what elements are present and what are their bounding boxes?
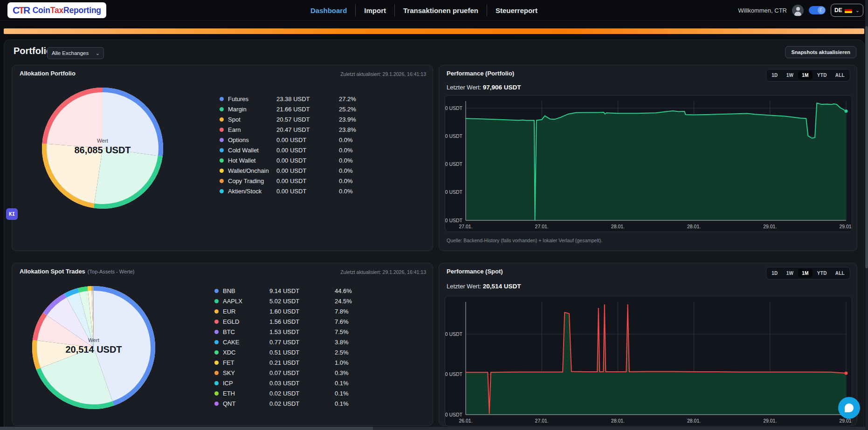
range-button-1d[interactable]: 1D: [768, 269, 781, 278]
allocation-spot-pie-chart: Wert20,514 USDT: [28, 282, 159, 413]
snapshots-refresh-button[interactable]: Snapshots aktualisieren: [785, 46, 856, 58]
legend-value: 0.00 USDT: [276, 167, 339, 174]
allocation-portfolio-pie-chart: Wert86,085 USDT: [37, 83, 168, 213]
legend-percent: 7.5%: [335, 328, 349, 335]
legend-color-dot: [220, 148, 224, 152]
dark-mode-toggle[interactable]: ☾: [809, 6, 826, 14]
allocation-portfolio-card: Allokation Portfolio Zuletzt aktualisier…: [12, 65, 433, 251]
svg-text:100 USDT: 100 USDT: [445, 105, 463, 111]
legend-value: 1.60 USDT: [269, 308, 335, 315]
card-subtitle: (Top-Assets - Werte): [88, 269, 135, 274]
nav-item-transaktionen-pruefen[interactable]: Transaktionen pruefen: [395, 7, 487, 14]
legend-row: CAKE0.77 USDT3.8%: [214, 337, 352, 347]
performance-portfolio-line-chart: 20 USDT40 USDT60 USDT80 USDT100 USDT27.0…: [445, 96, 852, 232]
legend-value: 0.02 USDT: [269, 390, 335, 397]
legend-row: AAPLX5.02 USDT24.5%: [214, 296, 352, 306]
legend-value: 20.57 USDT: [276, 116, 339, 123]
svg-text:28.01.: 28.01.: [611, 224, 625, 229]
legend-label: Futures: [228, 96, 276, 102]
legend-value: 0.51 USDT: [269, 349, 335, 356]
exchange-filter-select[interactable]: Alle Exchanges ⌄: [47, 47, 104, 59]
legend-color-dot: [214, 350, 219, 355]
legend-color-dot: [220, 107, 224, 111]
legend-percent: 0.0%: [339, 137, 353, 143]
legend-value: 0.21 USDT: [269, 359, 335, 366]
legend-label: AAPLX: [223, 298, 269, 305]
legend-percent: 0.0%: [339, 157, 353, 164]
legend-row: Spot20.57 USDT23.9%: [220, 114, 356, 124]
legend-percent: 0.0%: [339, 167, 353, 174]
performance-spot-card: Performance (Spot) 1D 1W 1M YTD ALL Letz…: [439, 263, 857, 426]
range-button-1w[interactable]: 1W: [783, 269, 798, 278]
legend-value: 0.00 USDT: [276, 157, 339, 164]
nav-item-dashboard[interactable]: Dashboard: [302, 7, 355, 14]
legend-percent: 7.8%: [335, 308, 349, 315]
legend-row: Options0.00 USDT0.0%: [220, 135, 356, 145]
svg-text:29.01.: 29.01.: [763, 224, 777, 229]
legend-row: BNB9.14 USDT44.6%: [214, 286, 352, 296]
range-button-all[interactable]: ALL: [832, 269, 848, 278]
legend-label: SKY: [223, 369, 269, 376]
svg-text:28.01.: 28.01.: [611, 418, 625, 423]
range-button-ytd[interactable]: YTD: [813, 269, 831, 278]
range-button-1w[interactable]: 1W: [783, 71, 798, 80]
app-logo[interactable]: CTR CoinTaxReporting: [7, 2, 106, 18]
svg-text:80 USDT: 80 USDT: [445, 133, 463, 139]
ki-assistant-button[interactable]: KI: [6, 208, 18, 220]
moon-icon: ☾: [818, 7, 825, 14]
range-button-ytd[interactable]: YTD: [813, 71, 831, 80]
vertical-scrollbar-thumb[interactable]: [865, 26, 868, 268]
legend-row: Hot Wallet0.00 USDT0.0%: [220, 155, 356, 165]
card-title: Performance (Portfolio): [447, 70, 514, 77]
legend-label: Copy Trading: [228, 177, 276, 184]
svg-text:0 USDT: 0 USDT: [445, 412, 463, 417]
svg-text:27.01.: 27.01.: [535, 418, 549, 423]
legend-percent: 7.6%: [335, 318, 349, 325]
legend-row: BTC1.53 USDT7.5%: [214, 327, 352, 337]
svg-text:28.01.: 28.01.: [687, 224, 701, 229]
legend-percent: 25.2%: [339, 106, 356, 113]
range-button-1d[interactable]: 1D: [768, 71, 781, 80]
legend-percent: 1.0%: [335, 359, 349, 366]
range-button-1m[interactable]: 1M: [798, 71, 813, 80]
legend-percent: 0.1%: [335, 400, 349, 407]
legend-color-dot: [220, 179, 224, 183]
nav-item-steuerreport[interactable]: Steuerreport: [487, 7, 546, 14]
legend-row: EUR1.60 USDT7.8%: [214, 306, 352, 316]
page-title: Portfolio: [14, 46, 52, 56]
legend-color-dot: [214, 299, 219, 303]
nav-item-import[interactable]: Import: [356, 7, 394, 14]
legend-row: QNT0.02 USDT0.1%: [214, 398, 352, 409]
legend-row: Copy Trading0.00 USDT0.0%: [220, 176, 356, 186]
legend-percent: 0.0%: [339, 177, 353, 184]
horizontal-scrollbar-thumb[interactable]: [0, 427, 373, 430]
card-title: Allokation Spot Trades (Top-Assets - Wer…: [20, 268, 135, 275]
legend-row: Wallet/Onchain0.00 USDT0.0%: [220, 165, 356, 176]
allocation-portfolio-legend: Futures23.38 USDT27.2%Margin21.66 USDT25…: [220, 94, 356, 196]
legend-label: EGLD: [223, 318, 269, 325]
chat-bubble-icon: [845, 403, 854, 412]
legend-row: SKY0.07 USDT0.3%: [214, 368, 352, 378]
svg-text:20,514 USDT: 20,514 USDT: [65, 344, 122, 355]
legend-value: 9.14 USDT: [269, 287, 335, 294]
legend-value: 0.00 USDT: [276, 177, 339, 184]
svg-text:20 USDT: 20 USDT: [445, 371, 463, 377]
logo-monogram: CTR: [13, 5, 29, 16]
legend-color-dot: [214, 330, 219, 334]
legend-value: 1.56 USDT: [269, 318, 335, 325]
legend-color-dot: [214, 381, 219, 385]
legend-value: 5.02 USDT: [269, 298, 335, 305]
language-selector[interactable]: DE ⌄: [831, 4, 863, 17]
range-button-1m[interactable]: 1M: [798, 269, 813, 278]
user-avatar[interactable]: [792, 5, 804, 16]
german-flag-icon: [845, 8, 852, 13]
range-button-all[interactable]: ALL: [832, 71, 848, 80]
svg-text:26.01.: 26.01.: [459, 418, 472, 423]
promo-banner: [4, 28, 864, 34]
legend-percent: 2.5%: [335, 349, 349, 356]
svg-text:Wert: Wert: [97, 138, 109, 143]
chat-widget-button[interactable]: [838, 397, 860, 419]
range-selector: 1D 1W 1M YTD ALL: [766, 69, 850, 82]
logo-wordmark: CoinTaxReporting: [33, 6, 101, 15]
svg-text:27.01.: 27.01.: [535, 224, 549, 229]
